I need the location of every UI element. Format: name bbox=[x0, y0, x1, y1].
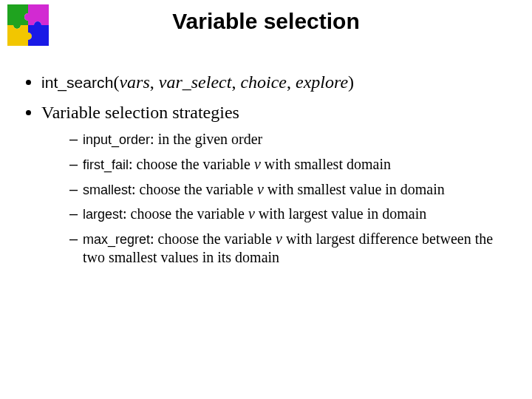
slide-title: Variable selection bbox=[0, 9, 532, 34]
bullet-int-search: int_search(vars, var_select, choice, exp… bbox=[41, 71, 511, 94]
bullet-strategies: Variable selection strategies input_orde… bbox=[41, 101, 511, 267]
sub-item: largest: choose the variable v with larg… bbox=[69, 205, 511, 224]
sub-item: input_order: in the given order bbox=[69, 130, 511, 149]
slide-body: int_search(vars, var_select, choice, exp… bbox=[21, 71, 511, 275]
sub-item: max_regret: choose the variable v with l… bbox=[69, 230, 511, 267]
fn-name: int_search bbox=[41, 74, 113, 91]
sub-item: smallest: choose the variable v with sma… bbox=[69, 180, 511, 200]
sub-item: first_fail: choose the variable v with s… bbox=[69, 155, 511, 174]
